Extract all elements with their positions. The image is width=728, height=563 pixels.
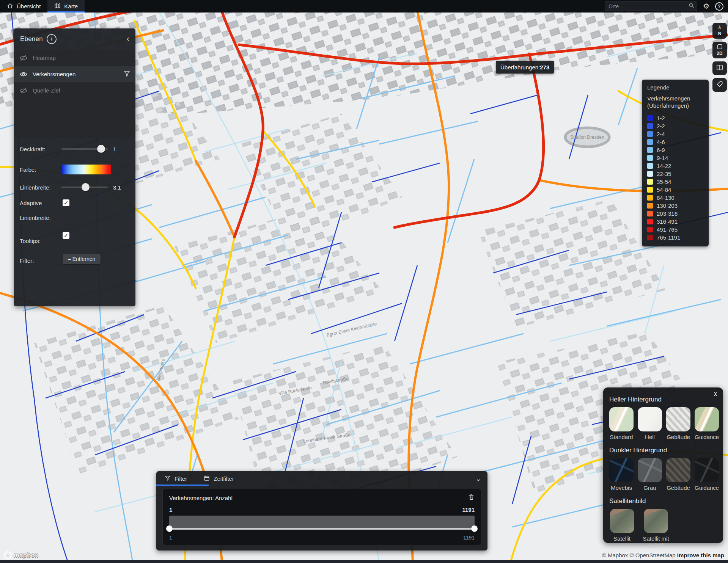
mode-2d-button[interactable]: 2D bbox=[712, 42, 727, 58]
linewidth-slider[interactable] bbox=[61, 187, 108, 188]
selected-min-label: 1 bbox=[169, 535, 172, 541]
bg-option-movebis[interactable]: Movebis bbox=[609, 458, 634, 491]
bg-option-standard[interactable]: Standard bbox=[609, 407, 634, 441]
filter-panel-tabs: Filter Zeitfilter ⌄ bbox=[156, 471, 487, 486]
selected-max-label: 1191 bbox=[463, 535, 475, 541]
add-layer-icon[interactable]: + bbox=[47, 34, 57, 44]
mapbox-attribution-link[interactable]: © Mapbox bbox=[602, 552, 628, 558]
trash-icon[interactable] bbox=[468, 494, 475, 502]
legend-items: 1-2 2-2 2-4 4-6 6-9 9-14 14-22 22-35 35-… bbox=[647, 114, 703, 242]
opacity-slider[interactable] bbox=[61, 148, 108, 150]
range-handle-min[interactable] bbox=[166, 525, 173, 532]
bg-option-satellit-mit-label[interactable]: Satellit mit Label bbox=[639, 509, 673, 549]
compass-button[interactable]: N bbox=[712, 23, 727, 39]
light-background-options: Standard Hell Gebäude Guidance bbox=[609, 407, 717, 441]
map-style-thumbnail[interactable] bbox=[695, 407, 719, 431]
map-style-thumbnail[interactable] bbox=[609, 407, 634, 431]
bottom-strip bbox=[0, 560, 728, 563]
bg-option-gebaeude-dunkel[interactable]: Gebäude bbox=[666, 458, 690, 491]
tab-zeitfilter[interactable]: Zeitfilter bbox=[195, 471, 242, 486]
tooltips-checkbox[interactable] bbox=[63, 232, 69, 239]
filter-slider-title: Verkehrsmengen: Anzahl bbox=[169, 495, 233, 501]
range-slider-track[interactable] bbox=[169, 528, 475, 530]
filter-remove-button[interactable]: – Entfernen bbox=[63, 254, 101, 264]
eye-off-icon[interactable] bbox=[19, 86, 28, 95]
map-attribution: © Mapbox © OpenStreetMap Improve this ma… bbox=[602, 552, 724, 558]
layers-panel-title: Ebenen bbox=[20, 35, 43, 43]
opacity-slider-thumb[interactable] bbox=[97, 145, 105, 153]
bg-option-satellit[interactable]: Satellit bbox=[609, 509, 635, 549]
legend-swatch bbox=[647, 211, 653, 216]
linewidth-slider-thumb[interactable] bbox=[82, 183, 90, 191]
bg-option-guidance-hell[interactable]: Guidance bbox=[695, 407, 719, 441]
tooltip-label: Überfahrungen: bbox=[500, 64, 540, 71]
range-handle-max[interactable] bbox=[471, 525, 478, 532]
layer-row-verkehrsmengen[interactable]: Verkehrsmengen bbox=[14, 66, 135, 82]
map-style-thumbnail[interactable] bbox=[610, 509, 634, 533]
opacity-control-row: Deckkraft: 1 bbox=[20, 143, 131, 155]
search-box[interactable] bbox=[605, 2, 697, 11]
filter-label: Filter: bbox=[20, 257, 34, 264]
labels-toggle-button[interactable] bbox=[712, 78, 727, 92]
layer-row-quelle-ziel[interactable]: Quelle-Ziel bbox=[14, 82, 135, 99]
legend-title: Legende bbox=[647, 84, 703, 91]
legend-item: 6-9 bbox=[647, 146, 703, 154]
legend-swatch bbox=[647, 203, 653, 209]
legend-swatch bbox=[647, 171, 653, 177]
linewidth-label: Linienbreite: bbox=[20, 184, 61, 191]
map-style-thumbnail[interactable] bbox=[695, 458, 719, 482]
legend-item: 203-316 bbox=[647, 210, 703, 218]
map-style-thumbnail[interactable] bbox=[644, 509, 668, 533]
chevron-down-icon[interactable]: ⌄ bbox=[475, 474, 487, 483]
legend-swatch bbox=[647, 219, 653, 224]
range-brush-area[interactable] bbox=[169, 516, 475, 528]
layer-label: Quelle-Ziel bbox=[33, 87, 60, 94]
legend-item: 84-130 bbox=[647, 194, 703, 202]
adaptive-linewidth-checkbox[interactable] bbox=[63, 199, 69, 206]
legend-swatch bbox=[647, 227, 653, 232]
gear-icon[interactable]: ⚙ bbox=[703, 3, 709, 10]
layer-filter-funnel-icon[interactable] bbox=[124, 71, 130, 78]
color-ramp[interactable] bbox=[61, 165, 111, 174]
split-view-button[interactable] bbox=[712, 61, 727, 75]
legend-swatch bbox=[647, 195, 653, 201]
bg-option-grau[interactable]: Grau bbox=[638, 458, 662, 491]
legend-swatch bbox=[647, 131, 653, 137]
map-style-thumbnail[interactable] bbox=[638, 458, 662, 482]
legend-item: 1-2 bbox=[647, 114, 703, 122]
map-style-thumbnail[interactable] bbox=[666, 458, 690, 482]
eye-off-icon[interactable] bbox=[19, 54, 28, 62]
dark-background-options: Movebis Grau Gebäude Guidance bbox=[609, 458, 717, 491]
legend-item: 491-765 bbox=[647, 226, 703, 234]
tab-label: Übersicht bbox=[17, 3, 41, 9]
legend-panel: Legende Verkehrsmengen (Überfahrungen) 1… bbox=[642, 80, 709, 246]
search-icon[interactable] bbox=[689, 3, 694, 10]
eye-icon[interactable] bbox=[19, 70, 28, 78]
adaptive-linewidth-label: Adaptive Linienbreite: bbox=[20, 200, 51, 221]
mapbox-logo[interactable]: › mapbox bbox=[4, 551, 38, 559]
color-label: Farbe: bbox=[20, 166, 61, 173]
tab-karte[interactable]: Karte bbox=[47, 0, 85, 13]
tab-filter[interactable]: Filter bbox=[156, 471, 195, 486]
tag-icon bbox=[716, 81, 723, 89]
range-bound-labels: 1 1191 bbox=[169, 507, 475, 513]
map-style-thumbnail[interactable] bbox=[609, 458, 634, 482]
section-title-light: Heller Hintergrund bbox=[609, 396, 717, 403]
improve-map-link[interactable]: Improve this map bbox=[677, 552, 724, 558]
close-icon[interactable]: x bbox=[714, 390, 717, 397]
collapse-panel-icon[interactable]: ‹ bbox=[127, 35, 129, 43]
layer-row-heatmap[interactable]: Heatmap bbox=[14, 50, 135, 66]
tab-uebersicht[interactable]: Übersicht bbox=[0, 0, 47, 13]
bg-option-gebaeude-hell[interactable]: Gebäude bbox=[666, 407, 690, 441]
mapbox-logo-icon: › bbox=[4, 551, 12, 559]
tab-label: Karte bbox=[64, 3, 78, 9]
legend-item: 130-203 bbox=[647, 202, 703, 210]
linewidth-value: 3.1 bbox=[113, 184, 121, 191]
help-icon[interactable]: ? bbox=[715, 2, 723, 11]
bg-option-hell[interactable]: Hell bbox=[638, 407, 662, 441]
bg-option-guidance-dunkel[interactable]: Guidance bbox=[695, 458, 719, 491]
map-style-thumbnail[interactable] bbox=[638, 407, 662, 431]
map-style-thumbnail[interactable] bbox=[666, 407, 690, 431]
search-input[interactable] bbox=[608, 3, 689, 10]
osm-attribution-link[interactable]: © OpenStreetMap bbox=[630, 552, 676, 558]
